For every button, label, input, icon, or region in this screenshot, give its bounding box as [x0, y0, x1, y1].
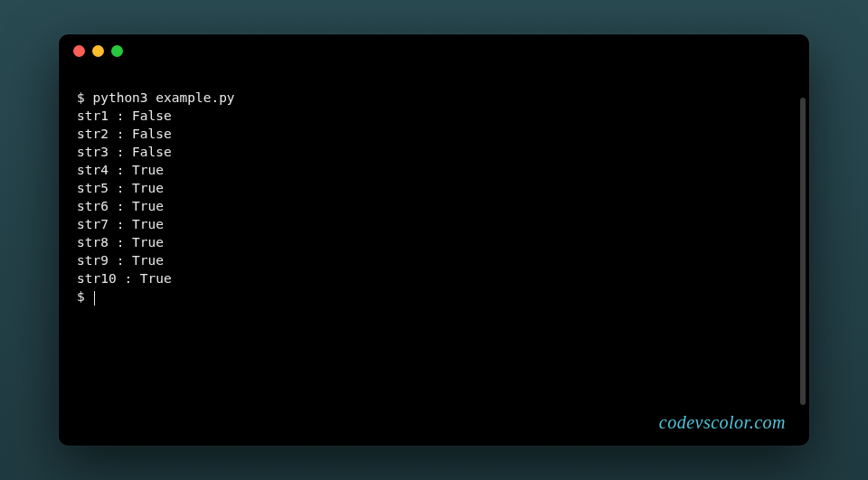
- output-line: str10 : True: [77, 271, 172, 286]
- close-icon[interactable]: [73, 45, 85, 57]
- output-line: str7 : True: [77, 217, 164, 231]
- prompt: $: [77, 289, 85, 304]
- watermark-text: codevscolor.com: [659, 412, 786, 433]
- terminal-body[interactable]: $ python3 example.py str1 : False str2 :…: [59, 67, 809, 446]
- command-text: python3 example.py: [92, 90, 234, 105]
- minimize-icon[interactable]: [92, 45, 104, 57]
- output-line: str8 : True: [77, 235, 164, 249]
- scrollbar[interactable]: [800, 98, 806, 405]
- maximize-icon[interactable]: [111, 45, 123, 57]
- cursor-icon: [94, 291, 95, 306]
- output-line: str2 : False: [77, 127, 172, 141]
- titlebar: [59, 34, 809, 67]
- output-line: str9 : True: [77, 253, 164, 268]
- terminal-window: $ python3 example.py str1 : False str2 :…: [59, 34, 809, 446]
- output-line: str5 : True: [77, 181, 164, 195]
- output-line: str6 : True: [77, 199, 164, 213]
- output-line: str1 : False: [77, 108, 172, 123]
- prompt: $: [77, 90, 85, 105]
- output-line: str4 : True: [77, 163, 164, 177]
- output-line: str3 : False: [77, 145, 172, 159]
